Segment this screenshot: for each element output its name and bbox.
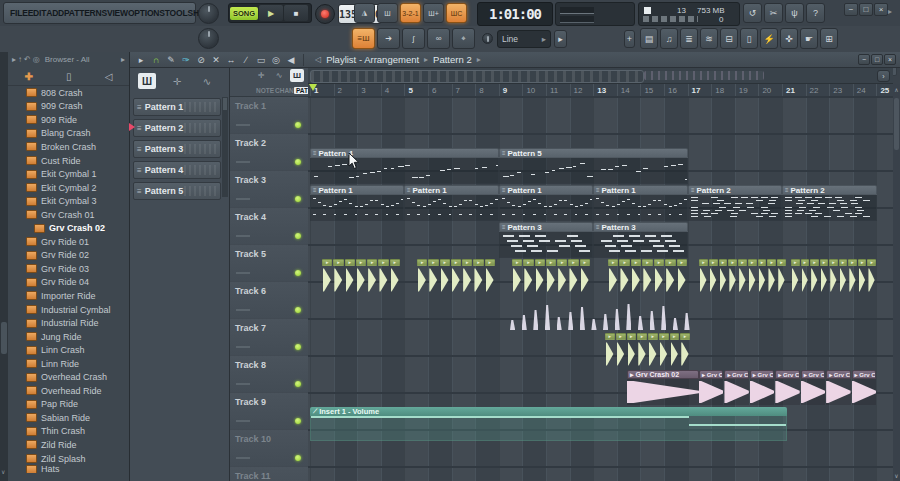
browser-item[interactable]: Blang Crash [8,127,129,141]
audio-hit-clip[interactable]: ▸ [356,259,366,294]
browser-item[interactable]: Linn Crash [8,343,129,357]
browser-item[interactable]: Overhead Ride [8,384,129,398]
audio-hit-clip[interactable]: ▸ [605,333,615,368]
audio-hit-group[interactable]: ▸▸▸▸▸▸▸ [608,259,688,294]
audio-hit-clip[interactable]: ▸ [810,259,819,294]
minimize-button[interactable]: − [844,3,858,16]
audio-hit-clip[interactable]: ▸ [390,259,400,294]
audio-hit-clip[interactable]: ▸ [728,259,737,294]
track-header-9[interactable]: Track 9 [230,393,308,430]
plugin-picker-button[interactable]: ⚡ [760,28,778,49]
audio-clip[interactable]: ▸ Grv C [826,370,850,405]
minimap-next-button[interactable]: › [877,70,890,82]
audio-wave-slice[interactable] [638,316,643,330]
auto-scroll-button[interactable]: ➔ [377,28,400,49]
audio-clip-group[interactable]: ▸ Grv C▸ Grv C▸ Grv C▸ Grv C▸ Grv C▸ Grv… [699,370,877,405]
playback-marker-panel[interactable] [555,2,635,26]
grid-rows[interactable]: ≡Pattern 4≡Pattern 5≡Pattern 1≡Pattern 1… [308,97,893,481]
audio-hit-clip[interactable]: ▸ [523,259,533,294]
browser-item[interactable]: Grv Ride 02 [8,249,129,263]
audio-hit-clip[interactable]: ▸ [378,259,388,294]
browser-item[interactable]: Overhead Crash [8,370,129,384]
minimap-thumb[interactable] [310,70,644,83]
corner-tab-icon-1[interactable]: ∿ [272,69,286,82]
audio-wave-slice[interactable] [626,304,631,330]
select-tool[interactable]: ▭ [254,54,268,66]
audio-wave-slice[interactable] [615,309,620,330]
pattern-list-item[interactable]: ≡Pattern 3 [133,140,221,158]
picker-scroll-thumb[interactable] [223,98,227,110]
audio-wave-slice[interactable] [580,307,585,330]
menu-add[interactable]: ADD [46,8,64,18]
corner-tab-note[interactable]: NOTE [256,87,274,94]
audio-hit-clip[interactable]: ▸ [767,259,776,294]
mute-tool[interactable]: ✕ [209,54,223,66]
playback-tool[interactable]: ◀ [284,54,298,66]
browser-item[interactable]: Ekit Cymbal 2 [8,181,129,195]
playback-speaker-icon[interactable]: ◁ [315,55,321,64]
corner-tab-chan[interactable]: CHAN [275,87,294,94]
audio-wave-slice[interactable] [545,305,550,330]
pattern-clip[interactable]: ≡Pattern 3 [593,222,688,257]
master-pitch-knob[interactable] [198,28,219,49]
playlist-view-button[interactable]: ▤ [640,28,658,49]
browser-item[interactable]: Jung Ride [8,330,129,344]
audio-wave-slice[interactable] [673,318,678,330]
audio-hit-clip[interactable]: ▸ [738,259,747,294]
audio-hit-clip[interactable]: ▸ [568,259,578,294]
browser-item[interactable]: Broken Crash [8,140,129,154]
countdown-button[interactable]: 3-2-1 [400,3,421,23]
picker-scrollbar[interactable] [222,97,228,197]
track-header-4[interactable]: Track 4 [230,208,308,245]
track-led[interactable] [295,344,301,350]
picker-tab-audio[interactable]: ✛ [168,73,186,89]
audio-hit-clip[interactable]: ▸ [451,259,461,294]
audio-hit-clip[interactable]: ▸ [535,259,545,294]
audio-hit-clip[interactable]: ▸ [829,259,838,294]
multilink-controllers-button[interactable]: ∞ [427,28,450,49]
audio-hit-group[interactable]: ▸▸▸▸▸▸▸▸▸ [699,259,787,294]
menu-options[interactable]: OPTIONS [128,8,165,18]
audio-wave-slice[interactable] [661,306,666,330]
song-mode-toggle[interactable]: SONG [230,7,258,20]
left-scroll-strip[interactable]: ∨ [0,52,8,481]
pattern-list-item[interactable]: ≡Pattern 1 [133,98,221,116]
scroll-down-icon[interactable]: ∨ [1,468,5,475]
minimap-segment[interactable] [644,71,764,80]
browser-item[interactable]: Grv Ride 04 [8,276,129,290]
track-header-11[interactable]: Track 11 [230,467,308,481]
browser-item[interactable]: Grv Ride 03 [8,262,129,276]
audio-hit-clip[interactable]: ▸ [858,259,867,294]
audio-hit-group[interactable]: ▸▸▸▸▸▸▸ [512,259,591,294]
time-display[interactable]: 1:01:00 [477,2,553,26]
pattern-clip[interactable]: ≡Pattern 1 [499,185,593,220]
microphone-button[interactable]: ψ [785,3,804,23]
audio-clip[interactable]: ▸ Grv C [801,370,825,405]
pattern-list-item[interactable]: ≡Pattern 4 [133,161,221,179]
pattern-clip[interactable]: ≡Pattern 1 [310,185,404,220]
shop-button[interactable]: ⊞ [820,28,838,49]
touch-view-button[interactable]: ☛ [800,28,818,49]
snap-magnet[interactable]: ∩ [149,54,163,66]
audio-hit-group[interactable]: ▸▸▸▸▸▸▸▸▸ [791,259,877,294]
audio-hit-clip[interactable]: ▸ [719,259,728,294]
track-header-8[interactable]: Track 8 [230,356,308,393]
audio-hit-clip[interactable]: ▸ [637,333,647,368]
audio-hit-clip[interactable]: ▸ [367,259,377,294]
browser-item[interactable]: Importer Ride [8,289,129,303]
audio-hit-clip[interactable]: ▸ [333,259,343,294]
playlist-menu[interactable]: ▸ [134,54,148,66]
playlist-titlebar[interactable]: ▸∩✎✑⊘✕↔∕▭◎◀ ◁ Playlist - Arrangement ▸ P… [130,52,900,68]
remote-control-button[interactable]: ✜ [780,28,798,49]
record-button[interactable] [315,4,335,24]
audio-hit-clip[interactable]: ▸ [512,259,522,294]
audio-wave-group[interactable] [508,296,694,331]
maximize-button[interactable]: □ [859,3,873,16]
browser-item[interactable]: Hats [8,465,129,473]
audio-hit-clip[interactable]: ▸ [777,259,786,294]
browser-view-button[interactable]: ⊟ [720,28,738,49]
audio-hit-clip[interactable]: ▸ [670,333,680,368]
picker-tab-patterns[interactable]: Ш [138,73,156,89]
track-header-3[interactable]: Track 3 [230,171,308,208]
audio-clip[interactable]: ▸ Grv C [699,370,723,405]
